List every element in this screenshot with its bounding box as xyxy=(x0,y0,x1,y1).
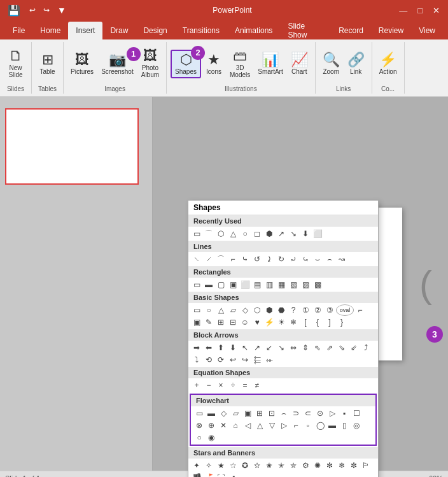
pictures-button[interactable]: 🖼 Pictures xyxy=(67,51,97,77)
star-5[interactable]: ✪ xyxy=(239,460,251,471)
basic-13[interactable]: ⌐ xyxy=(354,304,366,316)
tab-record[interactable]: Record xyxy=(331,22,371,39)
icons-button[interactable]: ★ Icons xyxy=(202,51,225,77)
fc-2[interactable]: ▬ xyxy=(206,408,217,419)
ba-20[interactable]: ↪ xyxy=(239,354,251,366)
basic-3[interactable]: △ xyxy=(215,304,227,316)
fc-6[interactable]: ⊞ xyxy=(254,408,265,419)
basic-10[interactable]: ① xyxy=(300,304,311,316)
basic-23[interactable]: [ xyxy=(300,317,311,328)
ba-16[interactable]: ⤵ xyxy=(191,354,202,366)
shapes-button[interactable]: ⬡ Shapes 2 xyxy=(171,50,201,78)
photo-album-button[interactable]: 🖼 Photo Album xyxy=(138,47,162,80)
star-9[interactable]: ✮ xyxy=(288,460,299,471)
shape-circle[interactable]: ○ xyxy=(239,228,251,239)
undo-button[interactable]: ↩ xyxy=(27,4,38,16)
basic-12[interactable]: ③ xyxy=(324,304,335,316)
fc-23[interactable]: ⌐ xyxy=(290,420,302,431)
ba-14[interactable]: ⇙ xyxy=(348,342,360,353)
line-arc[interactable]: ⤸ xyxy=(263,253,275,265)
eq-plus[interactable]: + xyxy=(191,380,202,391)
basic-6[interactable]: ⬡ xyxy=(251,304,263,316)
star-8[interactable]: ✭ xyxy=(276,460,287,471)
ba-8[interactable]: ↘ xyxy=(276,342,287,353)
rect-8[interactable]: ▦ xyxy=(276,279,287,290)
star-3[interactable]: ★ xyxy=(215,460,227,471)
fc-27[interactable]: ▯ xyxy=(339,420,350,431)
ba-11[interactable]: ⇖ xyxy=(312,342,323,353)
eq-equals[interactable]: = xyxy=(239,380,251,391)
ba-13[interactable]: ⇘ xyxy=(336,342,347,353)
basic-26[interactable]: } xyxy=(336,317,347,328)
ba-15[interactable]: ⤴ xyxy=(360,342,372,353)
shape-pent[interactable]: ⬢ xyxy=(263,228,275,239)
basic-9[interactable]: ? xyxy=(288,304,299,316)
fc-16[interactable]: ⊕ xyxy=(206,420,217,431)
basic-25[interactable]: ] xyxy=(324,317,335,328)
shape-tri[interactable]: △ xyxy=(227,228,239,239)
redo-button[interactable]: ↪ xyxy=(41,4,52,16)
chart-button[interactable]: 📈 Chart xyxy=(288,51,311,77)
fc-10[interactable]: ⊂ xyxy=(302,408,314,419)
fc-12[interactable]: ▷ xyxy=(326,408,338,419)
star-6[interactable]: ✫ xyxy=(251,460,263,471)
tab-draw[interactable]: Draw xyxy=(102,22,136,39)
shape-box[interactable]: ⬜ xyxy=(312,228,323,239)
star-4[interactable]: ☆ xyxy=(227,460,239,471)
basic-5[interactable]: ◇ xyxy=(239,304,251,316)
fc-21[interactable]: ▽ xyxy=(266,420,277,431)
fc-22[interactable]: ▷ xyxy=(278,420,290,431)
ba-9[interactable]: ⇔ xyxy=(288,342,299,353)
ba-7[interactable]: ↙ xyxy=(263,342,275,353)
ba-4[interactable]: ⬇ xyxy=(227,342,239,353)
basic-16[interactable]: ⊞ xyxy=(215,317,227,328)
rect-3[interactable]: ▢ xyxy=(215,279,227,290)
tab-review[interactable]: Review xyxy=(371,22,411,39)
basic-oval[interactable]: oval xyxy=(336,304,354,316)
ba-1[interactable]: ➡ xyxy=(191,342,202,353)
restore-button[interactable]: □ xyxy=(414,4,426,17)
line-wave[interactable]: ↝ xyxy=(336,253,347,265)
tab-slideshow[interactable]: Slide Show xyxy=(280,22,331,39)
fc-30[interactable]: ◉ xyxy=(206,432,217,443)
shape-arrow-dr[interactable]: ↘ xyxy=(288,228,299,239)
fc-13[interactable]: ▪ xyxy=(339,408,350,419)
fc-9[interactable]: ⊃ xyxy=(290,408,302,419)
zoom-button[interactable]: 🔍 Zoom xyxy=(319,51,343,77)
banner-4[interactable]: ⛶ xyxy=(215,472,227,477)
save-icon[interactable]: 💾 xyxy=(5,3,23,18)
ba-22[interactable]: ⬰ xyxy=(263,354,275,366)
rect-6[interactable]: ▤ xyxy=(251,279,263,290)
rect-5[interactable]: ⬜ xyxy=(239,279,251,290)
tab-view[interactable]: View xyxy=(411,22,443,39)
screenshot-button[interactable]: 📷 Screenshot 1 xyxy=(98,51,137,77)
ba-19[interactable]: ↩ xyxy=(227,354,239,366)
tab-design[interactable]: Design xyxy=(136,22,174,39)
rect-10[interactable]: ▨ xyxy=(300,279,311,290)
star-10[interactable]: ⚙ xyxy=(300,460,311,471)
close-button[interactable]: ✕ xyxy=(430,4,443,17)
slide-thumbnail[interactable] xyxy=(5,108,139,185)
line-z[interactable]: ⤷ xyxy=(239,253,251,265)
basic-7[interactable]: ⬢ xyxy=(263,304,275,316)
basic-21[interactable]: ☀ xyxy=(276,317,287,328)
ba-12[interactable]: ⇗ xyxy=(324,342,335,353)
basic-2[interactable]: ○ xyxy=(203,304,214,316)
fc-1[interactable]: ▭ xyxy=(193,408,205,419)
fc-25[interactable]: ◯ xyxy=(314,420,326,431)
line-loop[interactable]: ↻ xyxy=(276,253,287,265)
fc-17[interactable]: ✕ xyxy=(218,420,229,431)
fc-7[interactable]: ⊡ xyxy=(266,408,277,419)
shape-square[interactable]: ◻ xyxy=(251,228,263,239)
minimize-button[interactable]: — xyxy=(396,4,410,17)
ba-2[interactable]: ⬅ xyxy=(203,342,214,353)
fc-29[interactable]: ○ xyxy=(193,432,205,443)
line-cr[interactable]: ⤾ xyxy=(288,253,299,265)
banner-2[interactable]: 🏴 xyxy=(191,472,202,477)
basic-17[interactable]: ⊟ xyxy=(227,317,239,328)
star-1[interactable]: ✦ xyxy=(191,460,202,471)
basic-19[interactable]: ♥ xyxy=(251,317,263,328)
fc-18[interactable]: ⌂ xyxy=(230,420,241,431)
banner-3[interactable]: ⛳ xyxy=(203,472,214,477)
tab-file[interactable]: File xyxy=(5,22,32,39)
